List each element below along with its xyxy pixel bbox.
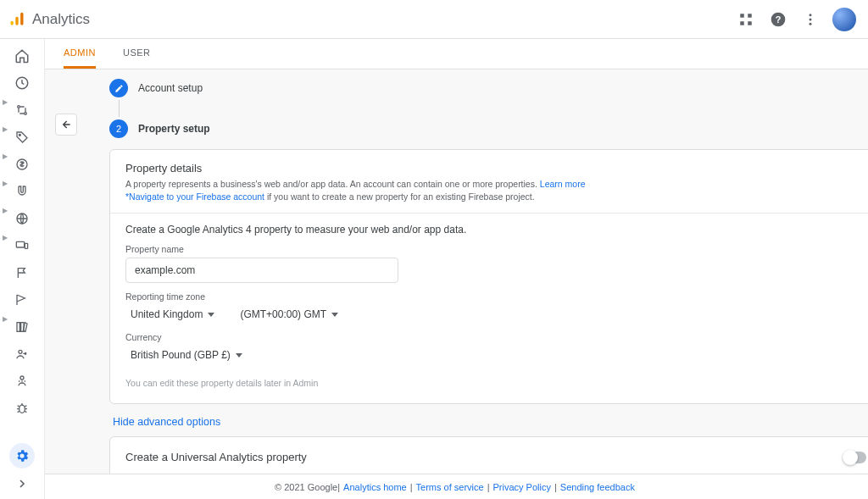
- tab-user[interactable]: USER: [123, 39, 151, 69]
- svg-rect-3: [740, 14, 744, 18]
- create-ga4-text: Create a Google Analytics 4 property to …: [125, 224, 866, 236]
- property-name-input[interactable]: [125, 258, 398, 283]
- user-properties-icon[interactable]: [12, 371, 32, 391]
- monetization-dollar-icon[interactable]: [12, 154, 32, 175]
- diamond-measure-icon[interactable]: [736, 9, 756, 30]
- debug-bug-icon[interactable]: [12, 398, 32, 419]
- admin-gear-icon[interactable]: [9, 443, 35, 469]
- realtime-clock-icon[interactable]: [12, 73, 32, 93]
- tab-admin[interactable]: ADMIN: [64, 39, 96, 69]
- audiences-people-icon[interactable]: [12, 344, 32, 364]
- svg-rect-5: [740, 21, 744, 25]
- main-panel: ADMIN USER Account setup 2 Property setu…: [44, 39, 868, 499]
- hide-advanced-options-link[interactable]: Hide advanced options: [113, 416, 220, 428]
- ua-property-card: Create a Universal Analytics property Th…: [109, 436, 868, 474]
- back-button[interactable]: [55, 114, 77, 136]
- step1-dot-pencil-icon: [109, 79, 128, 97]
- edit-later-note: You can edit these property details late…: [125, 378, 866, 388]
- footer-copyright: © 2021 Google: [275, 482, 337, 492]
- firebase-link[interactable]: Navigate to your Firebase account: [129, 191, 264, 202]
- app-header: Analytics ?: [0, 0, 868, 39]
- devices-icon[interactable]: [12, 236, 32, 256]
- footer-analytics-home-link[interactable]: Analytics home: [343, 482, 407, 492]
- tag-icon[interactable]: [12, 127, 32, 147]
- svg-rect-2: [20, 12, 23, 25]
- svg-point-11: [810, 22, 812, 25]
- svg-rect-1: [15, 16, 18, 25]
- property-name-label: Property name: [125, 244, 866, 254]
- page-footer: © 2021 Google | Analytics home | Terms o…: [45, 474, 868, 499]
- svg-point-24: [19, 405, 25, 413]
- timezone-country-dropdown[interactable]: United Kingdom: [125, 305, 220, 324]
- svg-point-13: [18, 106, 20, 108]
- step1-label: Account setup: [138, 82, 203, 94]
- home-icon[interactable]: [12, 46, 32, 66]
- svg-rect-19: [25, 243, 27, 248]
- svg-point-14: [25, 113, 27, 115]
- svg-point-22: [19, 350, 22, 353]
- caret-down-icon: [208, 313, 214, 317]
- globe-icon[interactable]: [12, 208, 32, 229]
- step2-dot: 2: [109, 119, 128, 138]
- retention-magnet-icon[interactable]: [12, 181, 32, 202]
- svg-point-9: [810, 14, 812, 16]
- svg-point-23: [20, 376, 24, 380]
- caret-down-icon: [331, 313, 338, 317]
- ua-description: The Universal Analytics property is a pa…: [125, 472, 866, 474]
- property-details-title: Property details: [125, 162, 866, 175]
- library-icon[interactable]: [12, 317, 32, 337]
- firebase-note: *Navigate to your Firebase account if yo…: [125, 191, 866, 203]
- account-avatar[interactable]: [832, 8, 856, 31]
- analytics-logo-icon: [8, 11, 25, 28]
- svg-point-15: [19, 134, 20, 136]
- brand-title: Analytics: [32, 11, 90, 28]
- svg-rect-18: [16, 241, 24, 247]
- svg-rect-4: [748, 14, 752, 18]
- currency-dropdown[interactable]: British Pound (GBP £): [125, 346, 866, 364]
- ua-toggle[interactable]: [843, 452, 866, 463]
- svg-rect-0: [11, 20, 14, 25]
- currency-label: Currency: [125, 332, 866, 342]
- flag-events-icon[interactable]: [12, 263, 32, 283]
- svg-rect-6: [748, 21, 752, 25]
- property-details-card: Property details A property represents a…: [109, 149, 868, 404]
- svg-point-10: [810, 18, 812, 20]
- property-details-desc: A property represents a business's web a…: [125, 178, 866, 191]
- timezone-offset-dropdown[interactable]: (GMT+00:00) GMT: [235, 305, 343, 324]
- learn-more-link[interactable]: Learn more: [540, 179, 586, 189]
- admin-tabs: ADMIN USER: [45, 39, 868, 69]
- svg-text:?: ?: [776, 14, 782, 25]
- content-area: Account setup 2 Property setup Property …: [45, 69, 868, 474]
- caret-down-icon: [236, 353, 242, 358]
- ua-title: Create a Universal Analytics property: [125, 451, 307, 463]
- more-vert-icon[interactable]: [800, 9, 821, 30]
- svg-rect-20: [17, 323, 19, 332]
- timezone-label: Reporting time zone: [125, 291, 866, 302]
- step-property-setup: 2 Property setup: [109, 117, 868, 141]
- collapse-chevron-icon[interactable]: [12, 474, 32, 494]
- left-nav-rail: ▶ ▶ ▶ ▶ ▶ ▶ ▶: [0, 39, 44, 499]
- footer-privacy-link[interactable]: Privacy Policy: [493, 482, 551, 492]
- step-account-setup[interactable]: Account setup: [109, 76, 868, 100]
- step2-label: Property setup: [138, 123, 210, 135]
- lifecycle-icon[interactable]: [12, 100, 32, 120]
- help-icon[interactable]: ?: [768, 9, 788, 30]
- brand-wrap: Analytics: [8, 11, 90, 28]
- footer-feedback-link[interactable]: Sending feedback: [560, 482, 635, 492]
- conversions-flag-icon[interactable]: [12, 290, 32, 310]
- footer-terms-link[interactable]: Terms of service: [416, 482, 484, 492]
